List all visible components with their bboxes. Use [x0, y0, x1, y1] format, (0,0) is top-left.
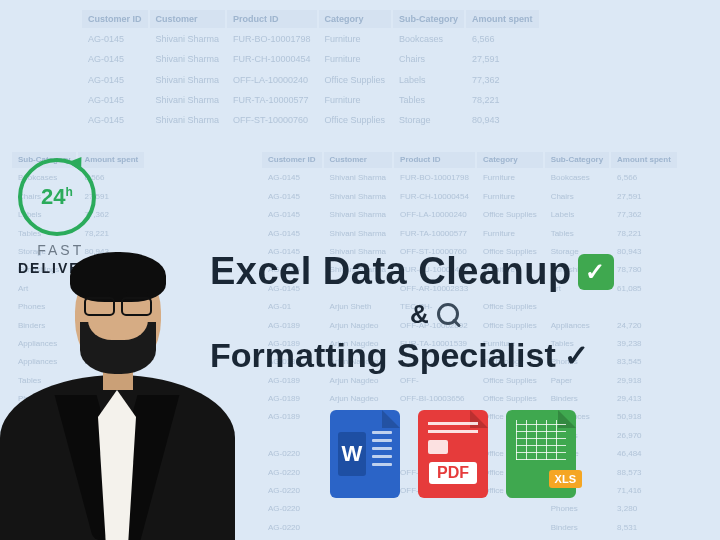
headline-line2: Formatting Specialist ✓: [210, 336, 700, 375]
headline-line1-text: Excel Data Cleanup: [210, 250, 572, 293]
headline-amp: &: [410, 299, 700, 330]
magnifier-icon: [435, 302, 461, 328]
headline-line1: Excel Data Cleanup ✓: [210, 250, 700, 293]
file-icons-row: W PDF XLS: [330, 410, 576, 498]
xls-label: XLS: [549, 470, 582, 488]
checkmark-icon: ✓: [564, 338, 589, 373]
pdf-label: PDF: [429, 462, 477, 484]
checkmark-box-icon: ✓: [578, 254, 614, 290]
headline-block: Excel Data Cleanup ✓ & Formatting Specia…: [210, 250, 700, 375]
clock-ring-icon: 24h: [18, 158, 96, 236]
ampersand: &: [410, 299, 429, 330]
hours-unit: h: [66, 185, 73, 199]
pdf-file-icon: PDF: [418, 410, 488, 498]
bg-table-top: Customer IDCustomerProduct IDCategorySub…: [80, 8, 541, 131]
person-portrait: [0, 250, 235, 540]
headline-line2-text: Formatting Specialist: [210, 336, 556, 375]
word-letter: W: [338, 432, 366, 476]
xls-file-icon: XLS: [506, 410, 576, 498]
word-file-icon: W: [330, 410, 400, 498]
hours-number: 24: [41, 184, 65, 209]
